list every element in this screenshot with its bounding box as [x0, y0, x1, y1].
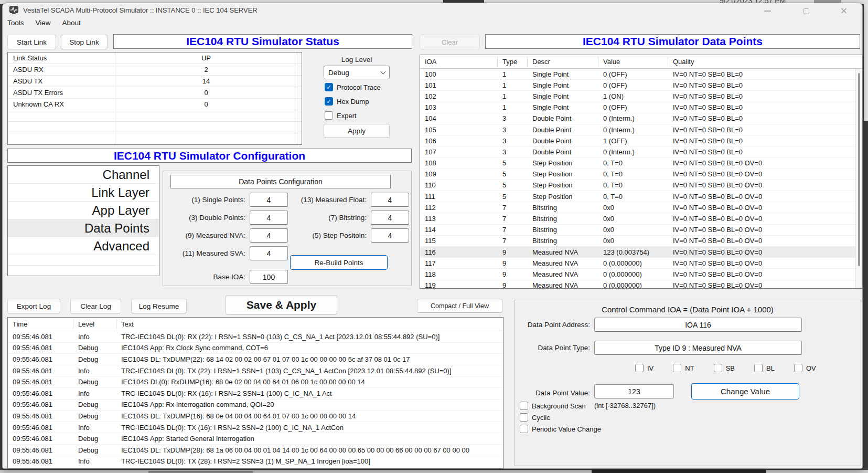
log-row[interactable]: 09:55:46.081InfoTRC-IEC104S DL(0): RX (1…	[8, 388, 503, 400]
cell-level: Debug	[73, 412, 116, 420]
cell-descr: Single Point	[528, 81, 598, 89]
cell-quality: IV=0 NT=0 SB=0 BL=0 OV=0	[668, 281, 862, 289]
datapoint-row[interactable]: 1053Double Point0 (Interm.)IV=0 NT=0 SB=…	[420, 124, 862, 135]
checkbox-hex-dump[interactable]: ✓Hex Dump	[325, 97, 381, 106]
menu-about[interactable]: About	[62, 19, 81, 27]
export-log-button[interactable]: Export Log	[7, 299, 60, 313]
log-row[interactable]: 09:55:46.081DebugIEC104S DL: TxDUMP(28):…	[8, 445, 503, 456]
cell-level: Debug	[73, 435, 116, 443]
checkbox-cyclic[interactable]: Cyclic	[520, 413, 601, 422]
cell	[297, 87, 302, 98]
cell-value: 0 (OFF)	[598, 70, 668, 78]
cell-level: Info	[73, 390, 116, 397]
datapoint-row[interactable]: 1127Bitstring0x0IV=0 NT=0 SB=0 BL=0 OV=0	[420, 202, 862, 213]
datapoint-row[interactable]: 1179Measured NVA0 (0.000000)IV=0 NT=0 SB…	[420, 258, 862, 269]
stop-link-button[interactable]: Stop Link	[61, 35, 108, 49]
datapoint-row[interactable]: 1073Double Point0 (Interm.)IV=0 NT=0 SB=…	[420, 146, 862, 157]
datapoint-row[interactable]: 1115Step Position0, T=0IV=0 NT=0 SB=0 BL…	[420, 191, 862, 202]
menu-view[interactable]: View	[36, 19, 51, 27]
log-row[interactable]: 09:55:46.081InfoTRC-IEC104S DL(0): TX (1…	[8, 422, 503, 434]
checkbox-label: OV	[806, 364, 816, 372]
loglevel-label: Log Level	[315, 56, 399, 64]
checkbox-expert[interactable]: Expert	[325, 111, 381, 120]
log-table-body: 09:55:46.081InfoTRC-IEC104S DL(0): RX (2…	[8, 331, 503, 467]
config-nav-item-advanced[interactable]: Advanced	[8, 237, 159, 255]
log-row[interactable]: 09:55:46.081InfoTRC-IEC104S DL(0): TX (2…	[8, 456, 503, 468]
flag-checkbox-ov[interactable]: OV	[794, 364, 816, 372]
datapoint-row[interactable]: 1021Single Point1 (ON)IV=0 NT=0 SB=0 BL=…	[420, 91, 862, 102]
checkbox-background-scan[interactable]: Background Scan	[520, 402, 601, 410]
cell-ioa: 112	[420, 204, 498, 212]
clear-button[interactable]: Clear	[420, 35, 480, 49]
compact-full-view-button[interactable]: Compact / Full View	[417, 299, 502, 313]
checkbox-periodic-value-change[interactable]: Periodic Value Change	[520, 425, 601, 433]
cell	[297, 122, 302, 133]
cell-ioa: 113	[420, 215, 498, 223]
config-field-input-7-bitstring[interactable]: 4	[371, 211, 409, 225]
cell-ioa: 109	[420, 170, 498, 178]
config-field: (7) Bitstring:4	[277, 211, 409, 225]
config-field-input-11-measured-sva[interactable]: 4	[250, 246, 288, 260]
datapoint-row[interactable]: 1095Step Position0, T=0IV=0 NT=0 SB=0 BL…	[420, 169, 862, 180]
datapoint-row[interactable]: 1147Bitstring0x0IV=0 NT=0 SB=0 BL=0 OV=0	[420, 225, 862, 236]
datapoint-row[interactable]: 1169Measured NVA123 (0.003754)IV=0 NT=0 …	[420, 247, 862, 258]
log-row[interactable]: 09:55:46.081DebugIEC104S DL(0): RxDUMP(1…	[8, 376, 503, 388]
clear-log-button[interactable]: Clear Log	[70, 299, 121, 313]
maximize-icon	[803, 8, 809, 14]
datapoint-row[interactable]: 1189Measured NVA0 (0.000000)IV=0 NT=0 SB…	[420, 269, 862, 280]
apply-button[interactable]: Apply	[324, 124, 390, 138]
close-button[interactable]: ×	[832, 5, 856, 17]
flag-checkbox-bl[interactable]: BL	[754, 364, 775, 372]
log-row[interactable]: 09:55:46.081DebugIEC104S App: Rx Interro…	[8, 400, 503, 411]
address-input[interactable]: IOA 116	[594, 318, 802, 332]
datapoint-row[interactable]: 1063Double Point1 (OFF)IV=0 NT=0 SB=0 BL…	[420, 135, 862, 146]
desktop: 9/21/2023 12:57 PM VestaTel SCADA Multi-…	[0, 0, 868, 473]
change-value-button[interactable]: Change Value	[691, 383, 799, 400]
config-field-input-base-ioa[interactable]: 100	[250, 270, 288, 284]
log-row[interactable]: 09:55:46.081InfoTRC-IEC104S DL(0): TX (2…	[8, 365, 503, 377]
status-name-cell: ASDU TX	[8, 76, 115, 87]
config-field-input-5-step-positoin[interactable]: 4	[371, 228, 409, 243]
log-row[interactable]: 09:55:46.081DebugIEC104S App: Rx Clock S…	[8, 343, 503, 354]
flag-checkbox-nt[interactable]: NT	[673, 364, 694, 372]
log-row[interactable]: 09:55:46.081DebugIEC104S App: Started Ge…	[8, 433, 503, 445]
datapoint-row[interactable]: 1031Single Point0 (OFF)IV=0 NT=0 SB=0 BL…	[420, 102, 862, 113]
flag-checkbox-group: IVNTSBBLOV	[635, 364, 816, 372]
datapoint-row[interactable]: 1043Double Point0 (Interm.)IV=0 NT=0 SB=…	[420, 113, 862, 124]
config-field-input-13-measured-float[interactable]: 4	[371, 193, 409, 207]
config-field-label: (13) Measured Float:	[277, 196, 367, 204]
flag-checkbox-sb[interactable]: SB	[714, 364, 735, 372]
scrollbar-thumb[interactable]	[858, 73, 860, 266]
menu-tools[interactable]: Tools	[7, 19, 24, 27]
datapoint-row[interactable]: 1105Step Position0, T=0IV=0 NT=0 SB=0 BL…	[420, 180, 862, 191]
config-nav-item-data-points[interactable]: Data Points	[8, 219, 159, 237]
log-row[interactable]: 09:55:46.081DebugIEC104S DL: TxDUMP(22):…	[8, 354, 503, 365]
vertical-scrollbar[interactable]	[855, 69, 862, 288]
cell-descr: Bitstring	[528, 204, 598, 212]
datapoint-row[interactable]: 1085Step Position0, T=0IV=0 NT=0 SB=0 BL…	[420, 158, 862, 169]
cell-ioa: 105	[420, 126, 498, 134]
log-resume-button[interactable]: Log Resume	[131, 299, 187, 313]
datapoint-row[interactable]: 1001Single Point0 (OFF)IV=0 NT=0 SB=0 BL…	[420, 69, 862, 80]
start-link-button[interactable]: Start Link	[7, 35, 56, 49]
flag-checkbox-iv[interactable]: IV	[635, 364, 653, 372]
maximize-button[interactable]	[794, 5, 818, 17]
type-input[interactable]: Type ID 9 : Measured NVA	[594, 341, 802, 355]
value-input[interactable]: 123	[594, 384, 674, 398]
config-nav-item-link-layer[interactable]: Link Layer	[8, 184, 159, 202]
datapoint-row[interactable]: 1011Single Point0 (OFF)IV=0 NT=0 SB=0 BL…	[420, 80, 862, 91]
config-nav-item-channel[interactable]: Channel	[8, 166, 159, 184]
loglevel-select[interactable]: Debug	[324, 66, 390, 79]
datapoint-row[interactable]: 1137Bitstring0x0IV=0 NT=0 SB=0 BL=0 OV=0	[420, 213, 862, 224]
config-nav-item-app-layer[interactable]: App Layer	[8, 202, 159, 219]
save-apply-button[interactable]: Save & Apply	[226, 295, 337, 314]
rebuild-points-button[interactable]: Re-Build Points	[290, 255, 388, 270]
checkbox-protocol-trace[interactable]: ✓Protocol Trace	[325, 83, 381, 91]
log-row[interactable]: 09:55:46.081InfoTRC-IEC104S DL(0): RX (2…	[8, 331, 503, 343]
datapoint-row[interactable]: 1157Bitstring0x0IV=0 NT=0 SB=0 BL=0 OV=0	[420, 236, 862, 247]
log-row[interactable]: 09:55:46.081DebugIEC104S DL: TxDUMP(16):…	[8, 411, 503, 422]
minimize-button[interactable]	[755, 5, 779, 17]
datapoint-row[interactable]: 1199Measured NVA0 (0.000000)IV=0 NT=0 SB…	[420, 280, 862, 289]
cell-value: 0 (0.000000)	[598, 259, 668, 267]
cell-value: 0 (Interm.)	[598, 126, 668, 134]
